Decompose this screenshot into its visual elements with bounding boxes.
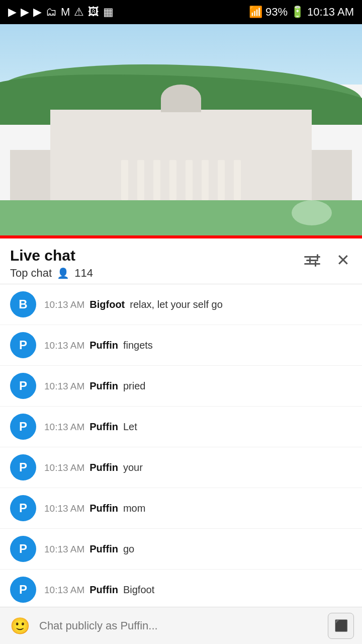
viewer-count: 114 [74,267,93,280]
status-notifications: ▶ ▶ ▶ 🗂 M ⚠ 🖼 ▦ [8,6,114,19]
building-columns [85,150,277,200]
mastodon-icon: M [61,6,70,19]
chat-message-item: P10:13 AMPuffinBigfoot [0,570,362,610]
filter-icon [304,256,320,265]
youtube-icon2: ▶ [33,6,42,19]
fountain [292,200,332,225]
chat-time: 10:13 AM [44,544,84,555]
chat-content: 10:13 AMPuffinBigfoot [44,584,352,596]
chat-username: Puffin [89,543,118,555]
battery-icon: 🔋 [291,6,304,19]
send-icon: ⬛ [334,619,348,632]
chat-username: Bigfoot [89,299,125,310]
chat-time: 10:13 AM [44,585,84,596]
avatar: P [10,454,36,480]
grid-icon: ▦ [103,6,114,19]
chat-content: 10:13 AMPuffinyour [44,462,352,473]
chat-message-text: Bigfoot [123,584,154,596]
live-chat-title: Live chat [10,247,93,265]
chat-message-item: P10:13 AMPuffinpried [0,366,362,407]
chat-content: 10:13 AMPuffinmom [44,503,352,514]
warning-icon: ⚠ [74,6,84,19]
chat-message-text: fingets [123,340,153,351]
chat-message-item: P10:13 AMPuffinfingets [0,325,362,366]
video-player[interactable] [0,24,362,235]
chat-username: Puffin [89,584,118,596]
top-chat-row: Top chat 👤 114 [10,267,93,280]
chat-message-item: P10:13 AMPuffinmom [0,488,362,529]
chat-username: Puffin [89,503,118,514]
emoji-button[interactable]: 🙂 [8,614,32,638]
building-main [50,110,312,200]
chat-content: 10:13 AMPuffingo [44,543,352,555]
chat-message-item: P10:13 AMPuffinLet [0,407,362,447]
chat-username: Puffin [89,340,118,351]
emoji-icon: 🙂 [10,616,30,635]
chat-content: 10:13 AMPuffinfingets [44,340,352,351]
youtube-icon: ▶ [21,6,29,19]
filter-button[interactable] [302,254,322,267]
image-icon: 🖼 [88,6,99,19]
avatar: P [10,373,36,399]
chat-message-text: pried [123,380,145,392]
close-icon: ✕ [336,251,350,270]
chat-message-text: go [123,543,134,555]
folder-icon: 🗂 [46,6,57,19]
wifi-icon: 📶 [249,6,262,19]
clock: 10:13 AM [307,6,354,19]
live-chat-header: Live chat Top chat 👤 114 ✕ [0,238,362,284]
chat-time: 10:13 AM [44,340,84,351]
chat-username: Puffin [89,380,118,392]
status-bar: ▶ ▶ ▶ 🗂 M ⚠ 🖼 ▦ 📶 93% 🔋 10:13 AM [0,0,362,24]
chat-content: 10:13 AMPuffinLet [44,421,352,433]
chat-time: 10:13 AM [44,462,84,473]
play-icon: ▶ [8,6,17,19]
status-system: 📶 93% 🔋 10:13 AM [249,6,354,19]
avatar: B [10,291,36,317]
chat-message-text: mom [123,503,145,514]
chat-time: 10:13 AM [44,299,84,310]
chat-content: 10:13 AMBigfootrelax, let your self go [44,299,352,310]
chat-list: B10:13 AMBigfootrelax, let your self goP… [0,284,362,610]
chat-message-text: your [123,462,143,473]
chat-message-text: relax, let your self go [130,299,223,310]
chat-time: 10:13 AM [44,503,84,514]
close-button[interactable]: ✕ [334,249,352,272]
battery-label: 93% [265,6,288,19]
send-button[interactable]: ⬛ [328,613,354,639]
avatar: P [10,414,36,440]
chat-time: 10:13 AM [44,422,84,433]
header-left: Live chat Top chat 👤 114 [10,247,93,280]
chat-message-item: P10:13 AMPuffingo [0,529,362,570]
building-dome [161,85,201,112]
avatar: P [10,332,36,358]
avatar: P [10,577,36,603]
chat-input-bar: 🙂 ⬛ [0,607,362,644]
viewer-icon: 👤 [57,267,69,279]
chat-input[interactable] [39,619,321,632]
chat-content: 10:13 AMPuffinpried [44,380,352,392]
avatar: P [10,495,36,521]
chat-message-text: Let [123,421,137,433]
header-actions: ✕ [302,247,352,272]
chat-message-item: P10:13 AMPuffinyour [0,447,362,488]
chat-username: Puffin [89,421,118,433]
chat-username: Puffin [89,462,118,473]
avatar: P [10,536,36,562]
chat-message-item: B10:13 AMBigfootrelax, let your self go [0,284,362,325]
top-chat-label: Top chat [10,267,52,280]
chat-time: 10:13 AM [44,381,84,392]
